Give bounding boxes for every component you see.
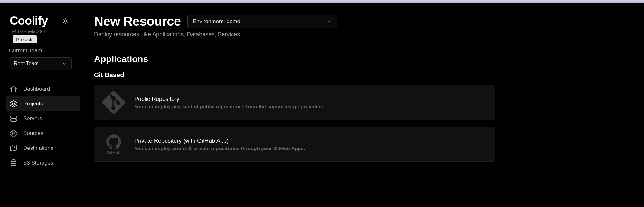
sidebar-item-sources[interactable]: Sources bbox=[6, 126, 80, 141]
sidebar-item-label: Servers bbox=[23, 115, 42, 122]
sidebar-item-dashboard[interactable]: Dashboard bbox=[6, 82, 80, 96]
svg-line-8 bbox=[67, 19, 67, 19]
main-content: New Resource Environment: demo Deploy re… bbox=[81, 3, 644, 207]
sidebar-item-label: Projects bbox=[23, 101, 43, 107]
svg-line-7 bbox=[63, 22, 64, 23]
page-subtitle: Deploy resources, like Applications, Dat… bbox=[94, 31, 631, 38]
sidebar-item-label: Destinations bbox=[23, 145, 53, 151]
database-icon bbox=[10, 159, 17, 167]
sun-icon bbox=[62, 18, 69, 24]
chevron-down-icon bbox=[327, 19, 332, 24]
svg-marker-9 bbox=[10, 101, 17, 104]
chevrons-vertical-icon bbox=[70, 18, 74, 24]
environment-select[interactable]: Environment: demo bbox=[187, 15, 337, 28]
card-description: You can deploy public & private reposito… bbox=[134, 146, 305, 151]
window-chrome-top bbox=[0, 0, 644, 3]
title-row: New Resource Environment: demo bbox=[94, 14, 631, 29]
app-root: Coolify v4.0.0-beta.294 Projects Current… bbox=[0, 3, 644, 207]
brand-title: Coolify bbox=[10, 14, 48, 28]
sidebar-item-servers[interactable]: Servers bbox=[6, 111, 80, 126]
git-logo-icon bbox=[102, 91, 125, 114]
git-based-heading: Git Based bbox=[94, 71, 631, 79]
card-title: Public Repository bbox=[134, 96, 325, 103]
brand-row: Coolify bbox=[0, 14, 81, 28]
environment-select-value: Environment: demo bbox=[193, 18, 240, 25]
sidebar-item-label: Sources bbox=[23, 130, 43, 137]
sidebar-item-projects[interactable]: Projects bbox=[6, 96, 80, 111]
sidebar-item-label: Dashboard bbox=[23, 86, 50, 92]
github-logo-icon: GitHub bbox=[102, 133, 125, 156]
svg-line-16 bbox=[13, 133, 14, 133]
theme-toggle[interactable] bbox=[62, 18, 74, 24]
team-select-value: Root Team bbox=[14, 61, 39, 67]
github-word: GitHub bbox=[107, 150, 120, 155]
sidebar-item-destinations[interactable]: Destinations bbox=[6, 141, 80, 156]
layers-icon bbox=[10, 100, 17, 108]
svg-line-3 bbox=[63, 19, 64, 19]
sidebar: Coolify v4.0.0-beta.294 Projects Current… bbox=[0, 3, 81, 207]
sidebar-item-label: S3 Storages bbox=[23, 160, 53, 166]
tooltip-projects: Projects bbox=[13, 35, 37, 43]
page-title: New Resource bbox=[94, 14, 181, 29]
card-text: Public Repository You can deploy any kin… bbox=[134, 96, 325, 110]
chevron-down-icon bbox=[62, 61, 67, 66]
home-icon bbox=[10, 85, 17, 93]
git-icon bbox=[10, 130, 17, 137]
svg-rect-10 bbox=[11, 116, 16, 118]
card-public-repository[interactable]: Public Repository You can deploy any kin… bbox=[94, 85, 495, 120]
resource-cards: Public Repository You can deploy any kin… bbox=[94, 85, 631, 162]
card-description: You can deploy any kind of public reposi… bbox=[134, 104, 325, 110]
svg-line-4 bbox=[67, 22, 67, 23]
version-label: v4.0.0-beta.294 bbox=[0, 28, 81, 34]
card-text: Private Repository (with GitHub App) You… bbox=[134, 138, 305, 151]
applications-heading: Applications bbox=[94, 54, 631, 64]
team-section-label: Current Team bbox=[0, 34, 81, 54]
sidebar-item-s3storages[interactable]: S3 Storages bbox=[6, 156, 80, 170]
card-private-repository-github-app[interactable]: GitHub Private Repository (with GitHub A… bbox=[94, 127, 495, 162]
svg-point-0 bbox=[64, 20, 67, 22]
card-title: Private Repository (with GitHub App) bbox=[134, 138, 305, 144]
sidebar-nav: Dashboard Projects Servers Sources bbox=[0, 82, 81, 170]
svg-point-19 bbox=[11, 160, 16, 162]
server-icon bbox=[10, 115, 17, 122]
team-select[interactable]: Root Team bbox=[9, 57, 72, 70]
svg-point-18 bbox=[14, 147, 15, 148]
map-icon bbox=[10, 144, 17, 152]
